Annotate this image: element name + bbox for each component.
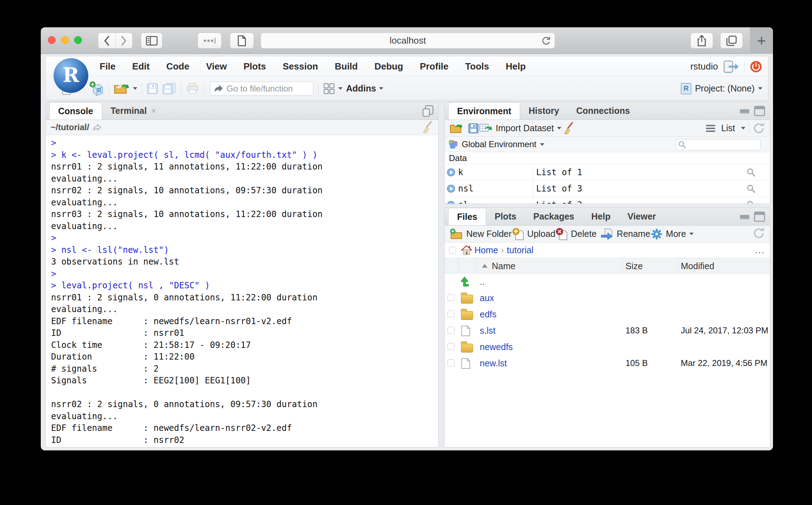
inspect-object-icon[interactable] <box>746 184 756 193</box>
project-selector[interactable]: R Project: (None) <box>681 77 762 100</box>
minimize-pane-icon[interactable] <box>739 211 750 222</box>
new-tab-button[interactable]: + <box>750 27 773 54</box>
menu-build[interactable]: Build <box>335 61 358 72</box>
upload-button[interactable]: Upload <box>512 228 555 240</box>
maximize-pane-icon[interactable] <box>753 106 766 116</box>
reload-icon[interactable] <box>541 36 551 46</box>
file-checkbox[interactable] <box>447 294 455 301</box>
close-tab-icon[interactable]: × <box>151 105 156 116</box>
goto-directory-icon[interactable] <box>93 123 102 132</box>
clear-console-icon[interactable] <box>421 121 433 134</box>
minimize-window-button[interactable] <box>61 36 69 44</box>
breadcrumb-home-link[interactable]: Home <box>474 245 498 255</box>
file-name-link[interactable]: s.lst <box>480 326 495 336</box>
pane-layout-button[interactable] <box>323 83 343 95</box>
file-checkbox[interactable] <box>447 359 455 366</box>
environment-variable-row[interactable]: slList of 3 <box>445 197 770 204</box>
file-name-link[interactable]: aux <box>480 293 494 303</box>
tab-environment[interactable]: Environment <box>448 102 520 120</box>
maximize-pane-icon[interactable] <box>422 105 434 117</box>
tab-console[interactable]: Console <box>49 102 102 120</box>
menu-edit[interactable]: Edit <box>132 61 150 72</box>
save-all-button[interactable] <box>162 83 177 95</box>
file-name-link[interactable]: .. <box>480 277 485 287</box>
save-workspace-button[interactable] <box>468 123 479 134</box>
delete-button[interactable]: Delete <box>556 228 596 240</box>
up-directory-icon[interactable] <box>461 276 472 287</box>
column-header-size[interactable]: Size <box>625 261 643 271</box>
tab-group-button[interactable] <box>198 33 222 49</box>
sidebar-button[interactable] <box>141 33 162 49</box>
tab-plots[interactable]: Plots <box>486 208 525 225</box>
file-name-link[interactable]: edfs <box>480 309 496 320</box>
menu-help[interactable]: Help <box>506 61 525 72</box>
inspect-object-icon[interactable] <box>746 168 756 177</box>
menu-session[interactable]: Session <box>283 61 318 72</box>
refresh-files-icon[interactable] <box>753 227 765 239</box>
menu-plots[interactable]: Plots <box>244 61 266 72</box>
goto-file-function-input[interactable] <box>226 83 307 94</box>
share-button[interactable] <box>690 33 713 49</box>
quit-session-icon[interactable] <box>750 60 762 73</box>
menu-tools[interactable]: Tools <box>465 61 489 72</box>
file-row[interactable]: .. <box>445 273 770 290</box>
file-row[interactable]: edfs <box>445 306 770 322</box>
environment-search-box[interactable] <box>675 139 761 150</box>
back-button[interactable] <box>98 33 115 48</box>
file-row[interactable]: aux <box>445 290 770 306</box>
menu-debug[interactable]: Debug <box>374 61 403 72</box>
tab-viewer[interactable]: Viewer <box>619 208 664 225</box>
file-row[interactable]: newedfs <box>445 339 770 355</box>
column-header-name[interactable]: Name <box>492 261 516 271</box>
file-checkbox[interactable] <box>447 310 455 317</box>
console-output[interactable]: >> k <- leval.project( sl, lcmd( "aux/fo… <box>46 135 438 447</box>
import-dataset-button[interactable]: Import Dataset <box>479 123 561 134</box>
expand-object-icon[interactable] <box>447 201 455 204</box>
menu-file[interactable]: File <box>100 61 116 72</box>
menu-view[interactable]: View <box>206 61 227 72</box>
address-bar[interactable]: localhost <box>261 33 555 49</box>
print-button[interactable] <box>186 83 199 95</box>
new-folder-button[interactable]: New Folder <box>450 228 512 240</box>
refresh-environment-icon[interactable] <box>753 122 765 134</box>
minimize-pane-icon[interactable] <box>739 106 750 116</box>
tab-connections[interactable]: Connections <box>568 102 638 120</box>
maximize-pane-icon[interactable] <box>753 211 766 222</box>
inspect-object-icon[interactable] <box>746 200 756 204</box>
forward-button[interactable] <box>115 33 133 48</box>
environment-scope-label[interactable]: Global Environment <box>462 139 536 149</box>
env-view-mode-button[interactable]: List <box>706 123 745 133</box>
column-header-modified[interactable]: Modified <box>681 261 714 271</box>
menu-code[interactable]: Code <box>166 61 189 72</box>
breadcrumb-current-link[interactable]: tutorial <box>507 245 533 255</box>
zoom-window-button[interactable] <box>74 36 82 44</box>
select-all-checkbox[interactable] <box>449 247 456 254</box>
tab-history[interactable]: History <box>520 102 568 120</box>
expand-object-icon[interactable] <box>447 168 455 177</box>
file-checkbox[interactable] <box>447 327 455 334</box>
close-window-button[interactable] <box>48 36 56 44</box>
more-button[interactable]: More <box>651 228 694 240</box>
file-name-link[interactable]: new.lst <box>480 358 507 368</box>
breadcrumb-ellipsis-button[interactable]: ... <box>755 245 765 256</box>
environment-variable-row[interactable]: kList of 1 <box>445 164 770 181</box>
menu-profile[interactable]: Profile <box>420 61 449 72</box>
sign-out-icon[interactable] <box>723 60 739 73</box>
environment-search-input[interactable] <box>686 140 754 150</box>
environment-variable-row[interactable]: nslList of 3 <box>445 181 770 197</box>
save-button[interactable] <box>147 83 158 94</box>
tab-terminal[interactable]: Terminal× <box>102 102 165 120</box>
goto-file-function-box[interactable] <box>210 82 313 95</box>
file-row[interactable]: s.lst183 BJul 24, 2017, 12:03 PM <box>445 322 770 339</box>
load-workspace-button[interactable] <box>450 122 464 134</box>
tab-help[interactable]: Help <box>583 208 619 225</box>
tab-packages[interactable]: Packages <box>525 208 583 225</box>
tab-files[interactable]: Files <box>448 208 486 225</box>
new-document-button[interactable] <box>230 33 254 49</box>
file-name-link[interactable]: newedfs <box>480 342 513 352</box>
open-file-button[interactable] <box>113 82 137 95</box>
clear-environment-icon[interactable] <box>562 122 574 135</box>
file-checkbox[interactable] <box>447 343 455 350</box>
addins-label[interactable]: Addins <box>346 83 376 94</box>
tab-overview-button[interactable] <box>720 33 743 49</box>
